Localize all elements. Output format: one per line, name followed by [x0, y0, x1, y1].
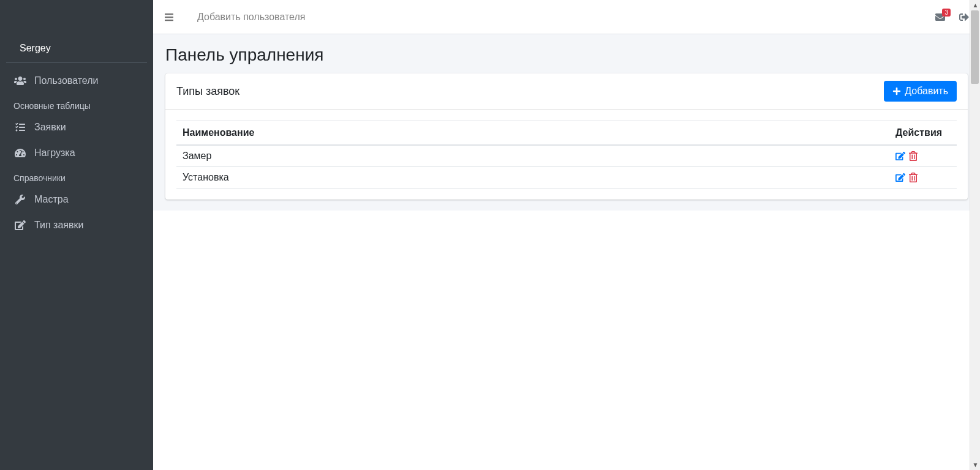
scrollbar-down-arrow-icon[interactable]: ▼ [970, 460, 980, 470]
edit-row-icon[interactable] [895, 173, 905, 182]
delete-row-icon[interactable] [909, 151, 918, 161]
sidebar-item-label: Тип заявки [34, 220, 83, 231]
users-icon [13, 76, 27, 86]
col-actions: Действия [889, 121, 957, 146]
sidebar-item-label: Пользователи [34, 75, 98, 86]
sidebar-item-load[interactable]: Нагрузка [0, 140, 153, 166]
sidebar: Sergey Пользователи Основные таблицы Зая… [0, 0, 153, 470]
sidebar-section-references: Справочники [0, 166, 153, 187]
sidebar-item-users[interactable]: Пользователи [0, 68, 153, 94]
mail-badge: 3 [942, 9, 951, 17]
edit-row-icon[interactable] [895, 151, 905, 161]
edit-icon [13, 220, 27, 230]
table-row: Установка [176, 167, 957, 188]
sidebar-logo-area [0, 0, 153, 34]
scrollbar[interactable]: ▲ ▼ [970, 0, 980, 470]
sidebar-item-label: Мастра [34, 194, 69, 205]
topbar-add-user-link[interactable]: Добавить пользователя [197, 12, 305, 23]
card-body: Наименование Действия Замер [165, 110, 968, 200]
main-area: Добавить пользователя 3 Панель упралнени… [153, 0, 980, 211]
table-row: Замер [176, 145, 957, 167]
logout-button[interactable] [959, 12, 969, 22]
add-button[interactable]: Добавить [884, 81, 957, 102]
plus-icon [892, 87, 901, 95]
sidebar-item-label: Заявки [34, 122, 66, 133]
page-title: Панель упралнения [165, 45, 968, 65]
sidebar-user-name[interactable]: Sergey [6, 34, 147, 63]
sidebar-item-masters[interactable]: Мастра [0, 187, 153, 212]
wrench-icon [13, 195, 27, 204]
list-icon [13, 122, 27, 132]
topbar-mail-button[interactable]: 3 [935, 12, 946, 22]
col-name: Наименование [176, 121, 889, 146]
add-button-label: Добавить [905, 86, 948, 97]
tachometer-icon [13, 148, 27, 158]
card-title: Типы заявок [176, 85, 239, 98]
sidebar-section-main-tables: Основные таблицы [0, 94, 153, 114]
sidebar-nav: Пользователи Основные таблицы Заявки Наг… [0, 63, 153, 238]
scrollbar-up-arrow-icon[interactable]: ▲ [970, 0, 980, 10]
cell-name: Установка [176, 167, 889, 188]
cell-name: Замер [176, 145, 889, 167]
types-table: Наименование Действия Замер [176, 121, 957, 188]
sidebar-item-request-type[interactable]: Тип заявки [0, 212, 153, 238]
card-header: Типы заявок Добавить [165, 73, 968, 110]
sidebar-item-label: Нагрузка [34, 147, 75, 159]
content: Панель упралнения Типы заявок Добавить [153, 34, 980, 211]
scrollbar-thumb[interactable] [971, 10, 979, 84]
topbar: Добавить пользователя 3 [153, 0, 980, 34]
delete-row-icon[interactable] [909, 173, 918, 182]
hamburger-icon[interactable] [164, 12, 175, 22]
card-request-types: Типы заявок Добавить Наимено [165, 73, 968, 200]
sidebar-item-requests[interactable]: Заявки [0, 114, 153, 140]
